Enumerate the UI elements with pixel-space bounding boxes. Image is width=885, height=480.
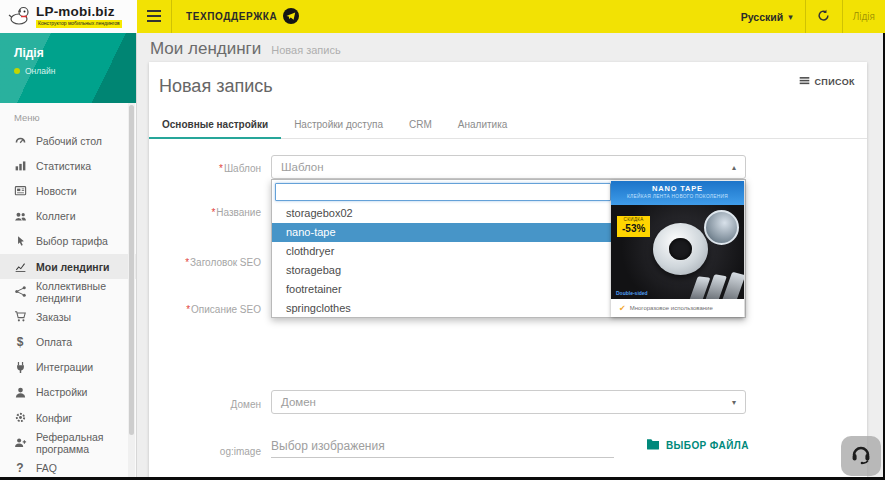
sidebar-item-news[interactable]: Новости	[0, 178, 136, 203]
preview-subtitle: КЛЕЙКАЯ ЛЕНТА НОВОГО ПОКОЛЕНИЯ	[611, 194, 744, 199]
topbar: LP-mobi.biz Конструктор мобильных лендин…	[0, 0, 885, 33]
dollar-icon: $	[13, 335, 27, 349]
sidebar-item-label: Мои лендинги	[36, 261, 110, 273]
breadcrumb: Новая запись	[271, 44, 340, 56]
topbar-username[interactable]: Лідія	[843, 0, 885, 33]
sidebar-menu: Рабочий стол Статистика Новости Коллеги	[0, 128, 136, 480]
list-icon	[799, 75, 810, 88]
dropdown-search-input[interactable]	[275, 183, 611, 201]
sidebar-item-referral[interactable]: Реферальная программа	[0, 430, 136, 455]
domain-select[interactable]: Домен ▾	[271, 390, 746, 414]
dashboard-icon	[13, 134, 27, 148]
card-title: Новая запись	[159, 76, 273, 97]
app-screen: LP-mobi.biz Конструктор мобильных лендин…	[0, 0, 885, 480]
sidebar: Лідія Онлайн Меню Рабочий стол Статистик…	[0, 33, 137, 480]
support-label: ТЕХПОДДЕРЖКА	[186, 11, 277, 22]
sidebar-item-config[interactable]: Конфиг	[0, 405, 136, 430]
online-status-label: Онлайн	[25, 66, 55, 76]
tab-access-settings[interactable]: Настройки доступа	[281, 111, 396, 138]
news-icon	[13, 184, 27, 198]
template-select[interactable]: Шаблон ▴	[271, 155, 746, 179]
list-button[interactable]: СПИСОК	[799, 75, 855, 88]
support-chat-button[interactable]	[841, 436, 881, 476]
sidebar-item-label: Коллеги	[36, 210, 76, 222]
sidebar-item-label: Интеграции	[36, 361, 93, 373]
refresh-button[interactable]	[806, 0, 842, 33]
plug-icon	[13, 360, 27, 374]
tab-bar: Основные настройки Настройки доступа CRM…	[149, 111, 867, 139]
sidebar-item-payment[interactable]: $ Оплата	[0, 330, 136, 355]
sidebar-item-settings[interactable]: Настройки	[0, 380, 136, 405]
domain-select-placeholder: Домен	[281, 396, 316, 408]
dropdown-option-storagebag[interactable]: storagebag	[272, 261, 612, 280]
headset-icon	[849, 442, 873, 470]
logo-mascot-icon	[7, 4, 31, 30]
og-image-input[interactable]	[271, 434, 614, 458]
sidebar-item-collective-landings[interactable]: Коллективные лендинги	[0, 279, 136, 304]
template-field-label: *Шаблон	[149, 163, 261, 174]
dropdown-options: storagebox02 nano-tape clothdryer storag…	[272, 204, 612, 318]
users-icon	[13, 209, 27, 223]
language-label: Русский	[741, 11, 783, 23]
preview-caption: Double-sided	[616, 290, 648, 296]
sidebar-item-my-landings[interactable]: Мои лендинги	[0, 254, 136, 279]
seo-description-field-label: *Описание SEO	[149, 304, 261, 315]
dropdown-option-footretainer[interactable]: footretainer	[272, 280, 612, 299]
preview-inset-photo	[704, 210, 739, 245]
tab-crm[interactable]: CRM	[396, 111, 445, 138]
preview-title: NANO TAPE	[611, 184, 744, 193]
required-mark: *	[186, 304, 190, 315]
preview-feature-text: Многоразовое использование	[630, 305, 713, 311]
dropdown-option-nano-tape[interactable]: nano-tape	[272, 223, 612, 242]
sidebar-item-label: FAQ	[36, 462, 57, 474]
name-field-label: *Название	[149, 207, 261, 218]
required-mark: *	[219, 163, 223, 174]
logo-text: LP-mobi.biz Конструктор мобильных лендин…	[36, 5, 122, 27]
sidebar-item-label: Статистика	[36, 160, 91, 172]
required-mark: *	[185, 257, 189, 268]
required-mark: *	[211, 207, 215, 218]
sidebar-user-status: Онлайн	[14, 66, 136, 76]
hamburger-menu-button[interactable]	[137, 0, 171, 33]
dropdown-option-clothdryer[interactable]: clothdryer	[272, 242, 612, 261]
tab-analytics[interactable]: Аналитика	[445, 111, 521, 138]
discount-badge: СКИДКА -53%	[617, 216, 650, 237]
preview-header: NANO TAPE КЛЕЙКАЯ ЛЕНТА НОВОГО ПОКОЛЕНИЯ	[611, 181, 744, 205]
caret-up-icon: ▴	[732, 163, 736, 172]
dropdown-option-springclothes[interactable]: springclothes	[272, 299, 612, 318]
online-status-dot	[14, 68, 20, 74]
main-content: Мои лендинги Новая запись Новая запись С…	[138, 33, 885, 480]
sidebar-item-label: Реферальная программа	[36, 431, 136, 455]
sidebar-item-label: Выбор тарифа	[36, 235, 108, 247]
sidebar-item-label: Оплата	[36, 336, 72, 348]
logo[interactable]: LP-mobi.biz Конструктор мобильных лендин…	[0, 0, 137, 33]
dropdown-option-storagebox02[interactable]: storagebox02	[272, 204, 612, 223]
preview-product-image: СКИДКА -53% Double-sided	[611, 205, 744, 299]
cart-icon	[13, 310, 27, 324]
preview-feature-row: ✔ Многоразовое использование	[611, 299, 744, 317]
logo-title: LP-mobi.biz	[36, 5, 122, 19]
sidebar-scrollbar-thumb[interactable]	[129, 105, 134, 435]
language-selector[interactable]: Русский ▾	[729, 0, 805, 33]
list-button-label: СПИСОК	[814, 77, 855, 87]
choose-file-button[interactable]: ВЫБОР ФАЙЛА	[646, 438, 749, 452]
sidebar-user-name: Лідія	[14, 46, 136, 60]
sidebar-item-tariff[interactable]: Выбор тарифа	[0, 229, 136, 254]
choose-file-label: ВЫБОР ФАЙЛА	[666, 440, 749, 451]
page-title: Мои лендинги	[150, 39, 261, 59]
seo-title-field-label: *Заголовок SEO	[149, 257, 261, 268]
chevron-down-icon: ▾	[788, 12, 793, 22]
sidebar-item-statistics[interactable]: Статистика	[0, 153, 136, 178]
sidebar-item-colleagues[interactable]: Коллеги	[0, 204, 136, 229]
sidebar-item-label: Рабочий стол	[36, 135, 102, 147]
tab-main-settings[interactable]: Основные настройки	[149, 111, 281, 139]
sidebar-item-desktop[interactable]: Рабочий стол	[0, 128, 136, 153]
support-button[interactable]: ТЕХПОДДЕРЖКА	[172, 0, 313, 33]
sidebar-item-integrations[interactable]: Интеграции	[0, 355, 136, 380]
sidebar-scrollbar[interactable]	[128, 103, 135, 480]
sidebar-item-orders[interactable]: Заказы	[0, 304, 136, 329]
hamburger-icon	[147, 8, 161, 26]
check-icon: ✔	[619, 304, 626, 313]
sidebar-item-label: Коллективные лендинги	[36, 280, 136, 304]
sidebar-user-panel: Лідія Онлайн	[0, 33, 136, 103]
